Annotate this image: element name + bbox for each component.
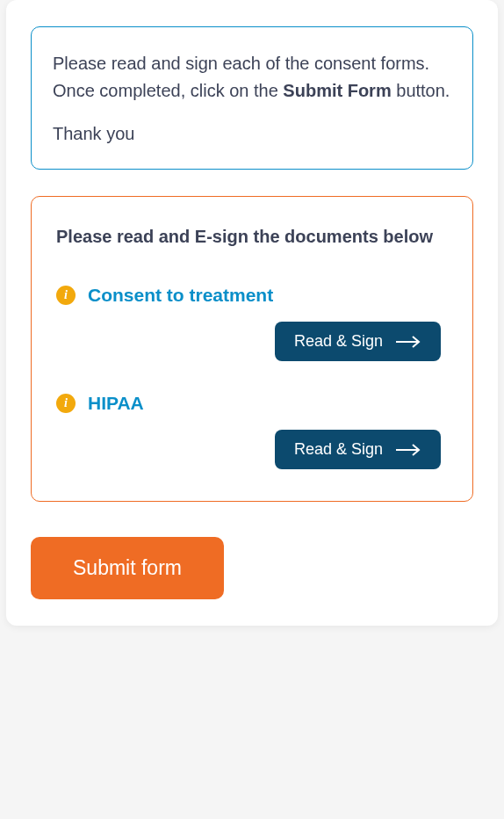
document-row: i HIPAA <box>56 393 448 414</box>
arrow-right-icon <box>395 444 421 456</box>
read-sign-label: Read & Sign <box>294 332 383 351</box>
read-sign-button[interactable]: Read & Sign <box>275 430 441 469</box>
arrow-right-icon <box>395 336 421 348</box>
instructions-box: Please read and sign each of the consent… <box>31 26 473 170</box>
instructions-bold: Submit Form <box>283 81 391 100</box>
info-icon: i <box>56 286 76 305</box>
document-row: i Consent to treatment <box>56 285 448 306</box>
esign-box: Please read and E-sign the documents bel… <box>31 196 473 502</box>
submit-form-button[interactable]: Submit form <box>31 537 224 599</box>
thank-you-text: Thank you <box>53 120 451 148</box>
consent-forms-card: Please read and sign each of the consent… <box>6 0 498 626</box>
submit-form-label: Submit form <box>73 556 182 579</box>
esign-heading: Please read and E-sign the documents bel… <box>56 223 448 250</box>
instructions-post: button. <box>392 81 450 100</box>
read-sign-row: Read & Sign <box>56 322 448 361</box>
read-sign-row: Read & Sign <box>56 430 448 469</box>
read-sign-button[interactable]: Read & Sign <box>275 322 441 361</box>
document-link-hipaa[interactable]: HIPAA <box>88 393 144 414</box>
instructions-text: Please read and sign each of the consent… <box>53 50 451 105</box>
info-icon: i <box>56 394 76 413</box>
document-link-consent[interactable]: Consent to treatment <box>88 285 273 306</box>
read-sign-label: Read & Sign <box>294 440 383 459</box>
